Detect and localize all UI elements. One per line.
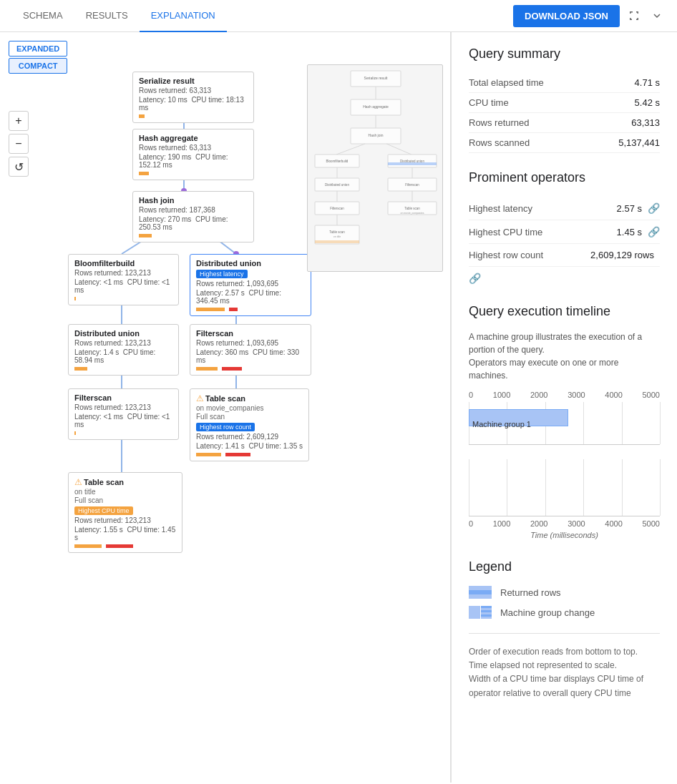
dist-union-2-bars	[74, 367, 172, 371]
top-nav: SCHEMA RESULTS EXPLANATION DOWNLOAD JSON	[0, 0, 677, 32]
table-scan-companies-subtitle: on movie_companies	[196, 404, 303, 412]
legend-swatch-returned	[469, 586, 492, 599]
timeline-empty-area	[469, 459, 660, 516]
svg-rect-14	[388, 162, 437, 165]
svg-text:Serialize result: Serialize result	[364, 76, 388, 80]
svg-line-9	[386, 144, 411, 155]
hash-agg-stats: Latency: 190 ms CPU time: 152.12 ms	[139, 153, 248, 169]
zoom-controls: + − ↺	[9, 111, 29, 177]
svg-text:Hash join: Hash join	[369, 133, 384, 137]
scanned-label: Rows scanned	[469, 137, 530, 148]
dist-union-1-stats: Latency: 2.57 s CPU time: 346.45 ms	[196, 289, 305, 305]
legend-section: Legend Returned rows Machine group chang…	[469, 559, 660, 619]
tab-explanation[interactable]: EXPLANATION	[140, 0, 227, 32]
filterscan-2-bars	[74, 431, 172, 435]
minimap: Serialize result Hash aggregate Hash joi…	[307, 64, 443, 272]
table-scan-title-rows: Rows returned: 123,213	[74, 516, 176, 524]
timeline-chart: 0 1000 2000 3000 4000 5000	[469, 391, 660, 539]
summary-table: Total elapsed time 4.71 s CPU time 5.42 …	[469, 73, 660, 153]
hash-join-bars	[139, 234, 248, 237]
cpu-label: CPU time	[469, 97, 509, 108]
table-scan-companies-title: Table scan	[205, 394, 245, 403]
warn-icon-title: ⚠	[74, 477, 82, 487]
footer-note: Order of execution reads from bottom to …	[469, 633, 660, 700]
dist-union-1-bars	[196, 308, 305, 311]
returned-value: 63,313	[631, 117, 660, 128]
filterscan-1-node: Filterscan Rows returned: 1,093,695 Late…	[190, 324, 311, 376]
table-scan-title-title: Table scan	[84, 478, 124, 486]
hash-join-title: Hash join	[139, 196, 248, 205]
legend-swatch-machine-group	[469, 606, 492, 619]
latency-value: 2.57 s	[617, 203, 642, 214]
table-scan-title-badge: Highest CPU time	[74, 506, 133, 515]
dist-union-2-node: Distributed union Rows returned: 123,213…	[68, 324, 179, 376]
svg-text:Table scan: Table scan	[404, 207, 420, 210]
filterscan-2-title: Filterscan	[74, 393, 172, 402]
zoom-in-button[interactable]: +	[9, 111, 29, 131]
hash-agg-bars	[139, 172, 248, 175]
zoom-out-button[interactable]: −	[9, 134, 29, 154]
latency-label: Highest latency	[469, 203, 617, 214]
view-toggle: EXPANDED COMPACT	[9, 41, 67, 74]
svg-text:Filterscan: Filterscan	[405, 183, 419, 187]
cputime-link-icon[interactable]: 🔗	[648, 226, 660, 237]
latency-link-icon[interactable]: 🔗	[648, 202, 660, 214]
hash-agg-title: Hash aggregate	[139, 134, 248, 142]
table-scan-companies-stats: Latency: 1.41 s CPU time: 1.35 s	[196, 442, 303, 450]
timeline-desc: A machine group illustrates the executio…	[469, 330, 660, 382]
serialize-result-node: Serialize result Rows returned: 63,313 L…	[132, 72, 254, 123]
main-container: EXPANDED COMPACT + − ↺ Serialize result …	[0, 32, 677, 783]
dist-union-1-title: Distributed union	[196, 259, 305, 268]
cpu-value: 5.42 s	[635, 97, 660, 108]
svg-text:on title: on title	[333, 235, 341, 238]
footer-line-1: Order of execution reads from bottom to …	[469, 645, 660, 659]
chevron-down-icon[interactable]	[648, 7, 666, 24]
filterscan-1-stats: Latency: 360 ms CPU time: 330 ms	[196, 348, 305, 364]
serialize-title: Serialize result	[139, 77, 248, 85]
expanded-button[interactable]: EXPANDED	[9, 41, 67, 57]
table-scan-companies-scan: Full scan	[196, 413, 303, 421]
prominent-row-rowcount: Highest row count 2,609,129 rows	[469, 244, 660, 267]
table-scan-title-node: ⚠ Table scan on title Full scan Highest …	[68, 472, 182, 553]
table-scan-title-scan: Full scan	[74, 496, 176, 504]
bloom-stats: Latency: <1 ms CPU time: <1 ms	[74, 278, 172, 294]
legend-item-returned: Returned rows	[469, 586, 660, 599]
timeline-bar-area: Machine group 1	[469, 402, 660, 445]
footer-line-3: Width of a CPU time bar displays CPU tim…	[469, 672, 660, 700]
filterscan-2-node: Filterscan Rows returned: 123,213 Latenc…	[68, 388, 179, 440]
summary-row-elapsed: Total elapsed time 4.71 s	[469, 73, 660, 93]
serialize-stats: Latency: 10 ms CPU time: 18:13 ms	[139, 96, 248, 112]
elapsed-label: Total elapsed time	[469, 77, 544, 88]
right-panel: Query summary Total elapsed time 4.71 s …	[451, 32, 677, 783]
svg-text:on movie_companies: on movie_companies	[400, 212, 424, 215]
cputime-label: Highest CPU time	[469, 227, 617, 237]
hash-join-rows: Rows returned: 187,368	[139, 206, 248, 214]
tab-results[interactable]: RESULTS	[74, 0, 140, 32]
bloom-bars	[74, 297, 172, 300]
returned-label: Rows returned	[469, 117, 530, 128]
filterscan-1-bars	[196, 367, 305, 371]
hash-agg-rows: Rows returned: 63,313	[139, 144, 248, 152]
rowcount-link-icon[interactable]: 🔗	[469, 273, 481, 284]
tab-schema[interactable]: SCHEMA	[11, 0, 74, 32]
legend-returned-label: Returned rows	[500, 587, 561, 598]
bloomfilter-node: Bloomfilterbuild Rows returned: 123,213 …	[68, 254, 179, 305]
elapsed-value: 4.71 s	[635, 77, 660, 88]
legend-title: Legend	[469, 559, 660, 574]
table-scan-companies-badge: Highest row count	[196, 423, 255, 431]
table-scan-title-subtitle: on title	[74, 488, 176, 496]
compact-button[interactable]: COMPACT	[9, 58, 67, 74]
dist-union-1-node: Distributed union Highest latency Rows r…	[190, 254, 311, 316]
prominent-row-cputime: Highest CPU time 1.45 s 🔗	[469, 220, 660, 244]
bloom-title: Bloomfilterbuild	[74, 259, 172, 268]
legend-item-machine-group: Machine group change	[469, 606, 660, 619]
table-scan-companies-rows: Rows returned: 2,609,129	[196, 433, 303, 441]
zoom-reset-button[interactable]: ↺	[9, 157, 29, 177]
fullscreen-icon[interactable]	[625, 7, 643, 24]
download-json-button[interactable]: DOWNLOAD JSON	[513, 5, 620, 27]
filterscan-1-rows: Rows returned: 1,093,695	[196, 339, 305, 347]
machine-group-label: Machine group 1	[472, 420, 531, 428]
warn-icon-companies: ⚠	[196, 393, 204, 403]
timeline-section: Query execution timeline A machine group…	[469, 304, 660, 539]
summary-row-returned: Rows returned 63,313	[469, 113, 660, 133]
